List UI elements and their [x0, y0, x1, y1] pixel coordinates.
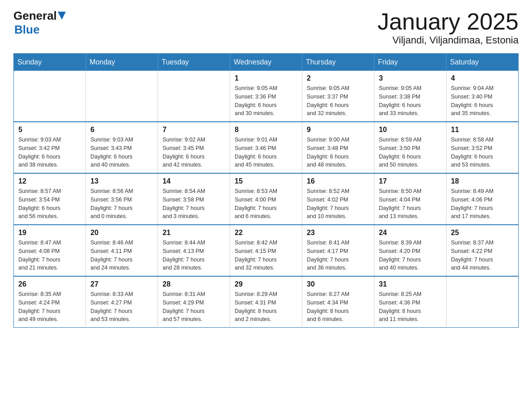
day-cell: 1Sunrise: 9:05 AMSunset: 3:36 PMDaylight… — [230, 71, 302, 122]
day-cell: 21Sunrise: 8:44 AMSunset: 4:13 PMDayligh… — [158, 225, 230, 276]
day-number: 13 — [90, 177, 153, 185]
day-info: Sunrise: 8:50 AMSunset: 4:04 PMDaylight:… — [379, 187, 442, 221]
calendar-title: January 2025 — [378, 9, 519, 34]
day-info: Sunrise: 8:49 AMSunset: 4:06 PMDaylight:… — [451, 187, 514, 221]
day-number: 25 — [451, 229, 514, 237]
week-row-3: 12Sunrise: 8:57 AMSunset: 3:54 PMDayligh… — [14, 173, 519, 225]
day-cell: 29Sunrise: 8:29 AMSunset: 4:31 PMDayligh… — [230, 276, 302, 328]
day-cell: 28Sunrise: 8:31 AMSunset: 4:29 PMDayligh… — [158, 276, 230, 328]
logo-triangle-icon — [58, 12, 66, 20]
day-info: Sunrise: 8:37 AMSunset: 4:22 PMDaylight:… — [451, 239, 514, 272]
day-cell: 18Sunrise: 8:49 AMSunset: 4:06 PMDayligh… — [446, 173, 519, 225]
day-number: 31 — [379, 280, 442, 288]
week-row-2: 5Sunrise: 9:03 AMSunset: 3:42 PMDaylight… — [14, 122, 519, 173]
day-info: Sunrise: 9:05 AMSunset: 3:37 PMDaylight:… — [307, 84, 369, 118]
day-info: Sunrise: 9:00 AMSunset: 3:48 PMDaylight:… — [307, 136, 369, 169]
header-cell-thursday: Thursday — [302, 54, 374, 71]
day-info: Sunrise: 8:41 AMSunset: 4:17 PMDaylight:… — [307, 239, 369, 272]
day-info: Sunrise: 8:46 AMSunset: 4:11 PMDaylight:… — [90, 239, 153, 272]
svg-marker-0 — [58, 12, 66, 20]
day-cell: 8Sunrise: 9:01 AMSunset: 3:46 PMDaylight… — [230, 122, 302, 173]
day-number: 3 — [379, 74, 442, 82]
day-info: Sunrise: 8:57 AMSunset: 3:54 PMDaylight:… — [18, 187, 81, 221]
day-number: 19 — [18, 229, 81, 237]
header-cell-monday: Monday — [86, 54, 158, 71]
day-number: 1 — [235, 74, 297, 82]
day-number: 22 — [235, 229, 297, 237]
day-info: Sunrise: 9:03 AMSunset: 3:43 PMDaylight:… — [90, 136, 153, 169]
day-cell: 26Sunrise: 8:35 AMSunset: 4:24 PMDayligh… — [14, 276, 86, 328]
day-cell — [14, 71, 86, 122]
day-info: Sunrise: 8:29 AMSunset: 4:31 PMDaylight:… — [235, 290, 297, 324]
day-number: 27 — [90, 280, 153, 288]
header-cell-tuesday: Tuesday — [158, 54, 230, 71]
logo: General Blue — [13, 9, 66, 37]
week-row-1: 1Sunrise: 9:05 AMSunset: 3:36 PMDaylight… — [14, 71, 519, 122]
day-cell: 6Sunrise: 9:03 AMSunset: 3:43 PMDaylight… — [86, 122, 158, 173]
day-cell — [158, 71, 230, 122]
calendar-subtitle: Viljandi, Viljandimaa, Estonia — [378, 34, 519, 46]
day-cell: 19Sunrise: 8:47 AMSunset: 4:08 PMDayligh… — [14, 225, 86, 276]
day-cell: 22Sunrise: 8:42 AMSunset: 4:15 PMDayligh… — [230, 225, 302, 276]
day-cell: 20Sunrise: 8:46 AMSunset: 4:11 PMDayligh… — [86, 225, 158, 276]
day-cell: 13Sunrise: 8:56 AMSunset: 3:56 PMDayligh… — [86, 173, 158, 225]
day-number: 12 — [18, 177, 81, 185]
day-number: 16 — [307, 177, 369, 185]
day-cell: 27Sunrise: 8:33 AMSunset: 4:27 PMDayligh… — [86, 276, 158, 328]
day-number: 15 — [235, 177, 297, 185]
day-info: Sunrise: 8:54 AMSunset: 3:58 PMDaylight:… — [163, 187, 225, 221]
day-cell — [446, 276, 519, 328]
day-info: Sunrise: 8:33 AMSunset: 4:27 PMDaylight:… — [90, 290, 153, 324]
day-number: 5 — [18, 126, 81, 134]
day-info: Sunrise: 8:52 AMSunset: 4:02 PMDaylight:… — [307, 187, 369, 221]
day-info: Sunrise: 8:58 AMSunset: 3:52 PMDaylight:… — [451, 136, 514, 169]
logo-blue: Blue — [14, 23, 66, 37]
header-cell-saturday: Saturday — [446, 54, 519, 71]
day-info: Sunrise: 8:56 AMSunset: 3:56 PMDaylight:… — [90, 187, 153, 221]
day-cell: 10Sunrise: 8:59 AMSunset: 3:50 PMDayligh… — [374, 122, 446, 173]
day-info: Sunrise: 9:02 AMSunset: 3:45 PMDaylight:… — [163, 136, 225, 169]
day-info: Sunrise: 8:27 AMSunset: 4:34 PMDaylight:… — [307, 290, 369, 324]
day-number: 7 — [163, 126, 225, 134]
day-number: 4 — [451, 74, 514, 82]
day-info: Sunrise: 8:42 AMSunset: 4:15 PMDaylight:… — [235, 239, 297, 272]
day-info: Sunrise: 9:05 AMSunset: 3:38 PMDaylight:… — [379, 84, 442, 118]
header-row: SundayMondayTuesdayWednesdayThursdayFrid… — [14, 54, 519, 71]
header-cell-wednesday: Wednesday — [230, 54, 302, 71]
day-number: 6 — [90, 126, 153, 134]
day-cell: 23Sunrise: 8:41 AMSunset: 4:17 PMDayligh… — [302, 225, 374, 276]
day-cell: 15Sunrise: 8:53 AMSunset: 4:00 PMDayligh… — [230, 173, 302, 225]
day-cell: 30Sunrise: 8:27 AMSunset: 4:34 PMDayligh… — [302, 276, 374, 328]
logo-general: General — [13, 9, 57, 23]
day-info: Sunrise: 8:39 AMSunset: 4:20 PMDaylight:… — [379, 239, 442, 272]
day-number: 2 — [307, 74, 369, 82]
day-info: Sunrise: 8:35 AMSunset: 4:24 PMDaylight:… — [18, 290, 81, 324]
day-number: 26 — [18, 280, 81, 288]
calendar-header: SundayMondayTuesdayWednesdayThursdayFrid… — [14, 54, 519, 71]
day-cell: 11Sunrise: 8:58 AMSunset: 3:52 PMDayligh… — [446, 122, 519, 173]
day-cell: 7Sunrise: 9:02 AMSunset: 3:45 PMDaylight… — [158, 122, 230, 173]
week-row-4: 19Sunrise: 8:47 AMSunset: 4:08 PMDayligh… — [14, 225, 519, 276]
day-cell: 2Sunrise: 9:05 AMSunset: 3:37 PMDaylight… — [302, 71, 374, 122]
day-number: 30 — [307, 280, 369, 288]
header-cell-friday: Friday — [374, 54, 446, 71]
day-number: 14 — [163, 177, 225, 185]
day-number: 10 — [379, 126, 442, 134]
day-cell: 24Sunrise: 8:39 AMSunset: 4:20 PMDayligh… — [374, 225, 446, 276]
title-block: January 2025 Viljandi, Viljandimaa, Esto… — [378, 9, 519, 46]
day-cell: 17Sunrise: 8:50 AMSunset: 4:04 PMDayligh… — [374, 173, 446, 225]
day-cell — [86, 71, 158, 122]
page-header: General Blue January 2025 Viljandi, Vilj… — [13, 9, 519, 46]
day-info: Sunrise: 9:04 AMSunset: 3:40 PMDaylight:… — [451, 84, 514, 118]
day-number: 18 — [451, 177, 514, 185]
day-info: Sunrise: 9:05 AMSunset: 3:36 PMDaylight:… — [235, 84, 297, 118]
day-number: 23 — [307, 229, 369, 237]
day-cell: 5Sunrise: 9:03 AMSunset: 3:42 PMDaylight… — [14, 122, 86, 173]
day-cell: 25Sunrise: 8:37 AMSunset: 4:22 PMDayligh… — [446, 225, 519, 276]
day-number: 9 — [307, 126, 369, 134]
day-number: 24 — [379, 229, 442, 237]
header-cell-sunday: Sunday — [14, 54, 86, 71]
day-info: Sunrise: 9:01 AMSunset: 3:46 PMDaylight:… — [235, 136, 297, 169]
day-number: 8 — [235, 126, 297, 134]
day-cell: 14Sunrise: 8:54 AMSunset: 3:58 PMDayligh… — [158, 173, 230, 225]
